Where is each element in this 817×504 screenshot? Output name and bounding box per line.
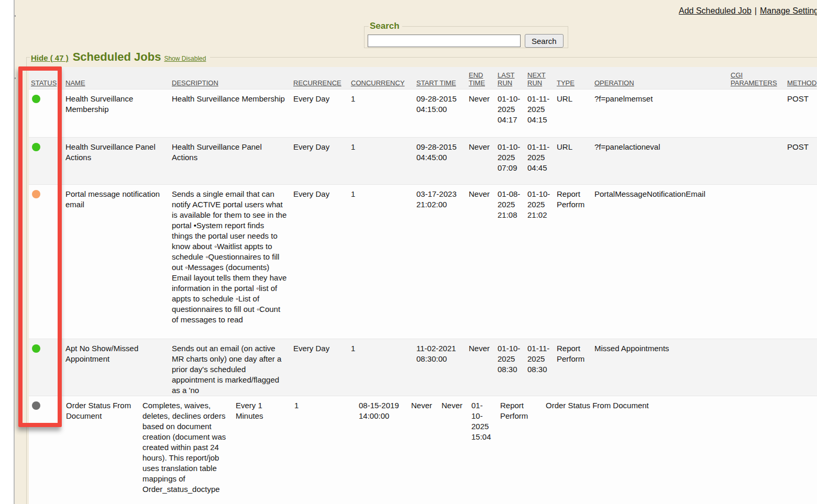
operation-cell: Order Status From Document — [546, 396, 731, 504]
table-row: Portal message notification email Sends … — [29, 184, 817, 339]
table-row: Health Surveillance Membership Health Su… — [29, 89, 817, 137]
name-cell: Order Status From Document — [66, 396, 142, 504]
column-header-cgi-parameters[interactable]: CGI PARAMETERS — [731, 71, 787, 87]
table-row: Order Status From Document Completes, wa… — [29, 396, 817, 504]
search-panel-legend: Search — [369, 21, 402, 31]
scheduled-jobs-table: STATUS NAME DESCRIPTION RECURRENCE CONCU… — [29, 67, 817, 504]
cgi-parameters-cell — [731, 396, 787, 504]
column-header-type[interactable]: TYPE — [557, 79, 594, 87]
end-time-cell: Never — [469, 185, 498, 339]
name-cell: Health Surveillance Panel Actions — [65, 138, 172, 184]
add-scheduled-job-link[interactable]: Add Scheduled Job — [679, 6, 752, 15]
column-header-recurrence[interactable]: RECURRENCE — [293, 79, 351, 87]
method-cell: POST — [787, 89, 817, 137]
method-cell — [787, 339, 817, 396]
start-time-cell: 03-17-2023 21:02:00 — [416, 185, 469, 339]
next-run-cell: 01-11-2025 04:15 — [527, 89, 557, 137]
operation-cell: PortalMessageNotificationEmail — [594, 185, 731, 339]
type-cell: Report Perform — [557, 339, 594, 396]
column-header-description[interactable]: DESCRIPTION — [172, 79, 293, 87]
column-header-next-run[interactable]: NEXT RUN — [527, 71, 557, 87]
search-input[interactable] — [368, 35, 521, 47]
table-row: Health Surveillance Panel Actions Health… — [29, 137, 817, 184]
operation-cell: Missed Appointments — [594, 339, 731, 396]
column-header-last-run[interactable]: LAST RUN — [498, 71, 527, 87]
table-body: Health Surveillance Membership Health Su… — [29, 89, 817, 504]
method-cell: POST — [787, 138, 817, 184]
last-run-cell: Never — [441, 396, 471, 504]
recurrence-cell: Every Day — [293, 185, 351, 339]
type-cell: URL — [557, 89, 594, 137]
end-time-cell: Never — [411, 396, 441, 504]
last-run-cell: 01-10-2025 04:17 — [498, 89, 527, 137]
name-cell: Portal message notification email — [65, 185, 172, 339]
cgi-parameters-cell — [731, 89, 787, 137]
last-run-cell: 01-08-2025 21:08 — [498, 185, 527, 339]
description-cell: Completes, waives, deletes, declines ord… — [142, 396, 236, 504]
operation-cell: ?f=panelmemset — [594, 89, 731, 137]
status-dot — [32, 401, 40, 410]
scheduled-jobs-panel: Hide ( 47 )Scheduled JobsShow Disabled S… — [26, 50, 817, 504]
column-header-end-time[interactable]: END TIME — [469, 71, 498, 87]
name-cell: Apt No Show/Missed Appointment — [65, 339, 172, 396]
table-header-row: STATUS NAME DESCRIPTION RECURRENCE CONCU… — [29, 67, 817, 89]
status-dot — [32, 190, 40, 198]
last-run-cell: 01-10-2025 07:09 — [498, 138, 527, 184]
start-time-cell: 09-28-2015 04:45:00 — [416, 138, 469, 184]
column-header-method[interactable]: METHOD — [787, 79, 817, 87]
status-cell — [29, 339, 65, 396]
status-cell — [29, 89, 65, 137]
next-run-cell: 01-11-2025 08:30 — [527, 339, 557, 396]
column-header-status[interactable]: STATUS — [29, 79, 65, 87]
recurrence-cell: Every Day — [293, 138, 351, 184]
show-disabled-link[interactable]: Show Disabled — [164, 55, 206, 62]
start-time-cell: 09-28-2015 04:15:00 — [416, 89, 469, 137]
column-header-start-time[interactable]: START TIME — [416, 79, 469, 87]
column-header-name[interactable]: NAME — [65, 79, 172, 87]
description-cell: Sends a single email that can notify ACT… — [172, 185, 293, 339]
method-cell — [787, 185, 817, 339]
column-header-operation[interactable]: OPERATION — [594, 79, 731, 87]
link-separator: | — [755, 6, 757, 15]
description-cell: Sends out an email (on active MR charts … — [172, 339, 293, 396]
status-dot — [32, 344, 40, 353]
page-title: Scheduled Jobs — [73, 50, 161, 63]
recurrence-cell: Every Day — [293, 339, 351, 396]
window-edge-strip — [0, 0, 15, 504]
end-time-cell: Never — [469, 138, 498, 184]
column-header-concurrency[interactable]: CONCURRENCY — [351, 79, 416, 87]
hide-count-link[interactable]: Hide ( 47 ) — [31, 53, 69, 62]
method-cell — [787, 396, 817, 504]
end-time-cell: Never — [469, 339, 498, 396]
end-time-cell: Never — [469, 89, 498, 137]
status-dot — [32, 143, 40, 151]
status-cell — [29, 396, 66, 504]
concurrency-cell: 1 — [351, 185, 416, 339]
start-time-cell: 08-15-2019 14:00:00 — [359, 396, 411, 504]
next-run-cell: 01-10-2025 15:04 — [471, 396, 500, 504]
type-cell: URL — [557, 138, 594, 184]
description-cell: Health Surveillance Panel Actions — [172, 138, 293, 184]
cgi-parameters-cell — [731, 185, 787, 339]
search-panel: Search Search — [364, 21, 568, 48]
top-action-links: Add Scheduled Job|Manage Settings — [679, 6, 817, 16]
concurrency-cell: 1 — [351, 138, 416, 184]
operation-cell: ?f=panelactioneval — [594, 138, 731, 184]
status-dot — [32, 95, 40, 103]
status-cell — [29, 185, 65, 339]
next-run-cell: 01-11-2025 04:45 — [527, 138, 557, 184]
start-time-cell: 11-02-2021 08:30:00 — [416, 339, 469, 396]
search-button[interactable]: Search — [525, 34, 564, 48]
last-run-cell: 01-10-2025 08:30 — [498, 339, 527, 396]
concurrency-cell: 1 — [351, 339, 416, 396]
manage-settings-link[interactable]: Manage Settings — [760, 6, 817, 15]
type-cell: Report Perform — [557, 185, 594, 339]
recurrence-cell: Every Day — [293, 89, 351, 137]
cgi-parameters-cell — [731, 339, 787, 396]
concurrency-cell: 1 — [294, 396, 359, 504]
cgi-parameters-cell — [731, 138, 787, 184]
type-cell: Report Perform — [500, 396, 546, 504]
concurrency-cell: 1 — [351, 89, 416, 137]
name-cell: Health Surveillance Membership — [65, 89, 172, 137]
description-cell: Health Surveillance Membership — [172, 89, 293, 137]
